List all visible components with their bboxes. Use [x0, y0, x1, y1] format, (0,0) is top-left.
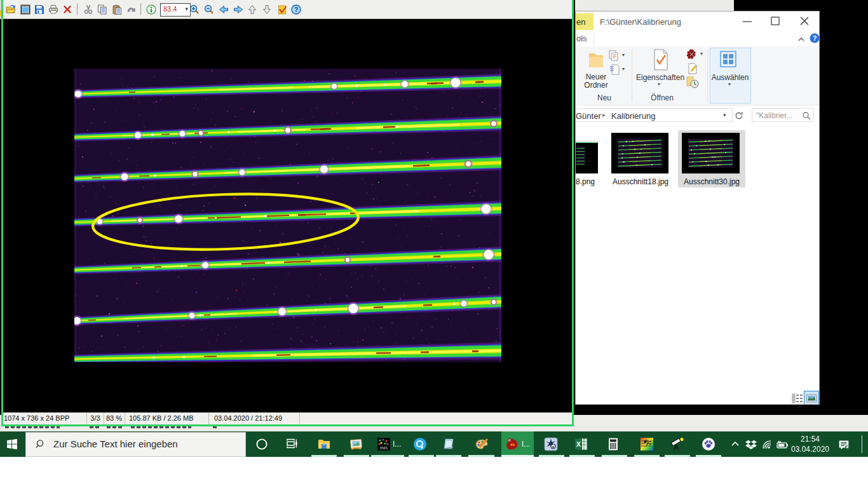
svg-text:?: ? — [813, 34, 817, 42]
svg-text:64: 64 — [510, 443, 515, 447]
svg-text:ISIS: ISIS — [380, 445, 388, 450]
svg-text:X: X — [576, 440, 581, 448]
svg-text:?: ? — [294, 6, 299, 13]
